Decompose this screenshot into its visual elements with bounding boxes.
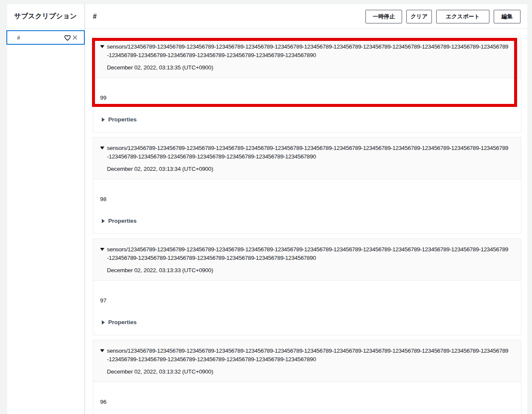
message-timestamp: December 02, 2022, 03:13:34 (UTC+0900) [107, 165, 514, 173]
message-expand-toggle[interactable]: sensors/123456789-123456789-123456789-12… [100, 144, 514, 161]
caret-right-icon [102, 320, 105, 325]
message-topic: sensors/123456789-123456789-123456789-12… [107, 245, 509, 262]
properties-label: Properties [108, 319, 137, 325]
export-button[interactable]: エクスポート [436, 10, 489, 23]
message-payload: 99 [100, 94, 514, 102]
pause-button[interactable]: 一時停止 [365, 10, 402, 23]
toolbar: 一時停止 クリア エクスポート 編集 [365, 10, 520, 23]
message-payload: 98 [100, 195, 514, 204]
message-header: sensors/123456789-123456789-123456789-12… [93, 239, 521, 281]
main-header: # 一時停止 クリア エクスポート 編集 [85, 4, 527, 29]
caret-down-icon [100, 45, 104, 48]
caret-right-icon [102, 219, 105, 223]
message-body: 98 Properties [93, 179, 521, 224]
message-card: sensors/123456789-123456789-123456789-12… [93, 340, 521, 414]
message-header: sensors/123456789-123456789-123456789-12… [93, 36, 521, 78]
properties-toggle[interactable]: Properties [102, 319, 514, 325]
message-timestamp: December 02, 2022, 03:13:32 (UTC+0900) [107, 368, 514, 376]
message-expand-toggle[interactable]: sensors/123456789-123456789-123456789-12… [100, 347, 514, 364]
message-topic: sensors/123456789-123456789-123456789-12… [107, 43, 509, 60]
message-timestamp: December 02, 2022, 03:13:33 (UTC+0900) [107, 266, 514, 275]
edit-button[interactable]: 編集 [494, 10, 520, 23]
message-topic: sensors/123456789-123456789-123456789-12… [107, 347, 509, 364]
caret-down-icon [100, 248, 104, 251]
message-timestamp: December 02, 2022, 03:13:35 (UTC+0900) [107, 63, 514, 72]
message-body: 97 Properties [93, 281, 521, 325]
message-expand-toggle[interactable]: sensors/123456789-123456789-123456789-12… [100, 43, 514, 60]
message-body: 96 Properties [93, 382, 521, 414]
message-card: sensors/123456789-123456789-123456789-12… [93, 239, 521, 335]
caret-right-icon [102, 118, 105, 122]
properties-label: Properties [108, 218, 137, 224]
close-icon[interactable] [71, 34, 79, 41]
message-card: sensors/123456789-123456789-123456789-12… [93, 36, 521, 132]
caret-down-icon [100, 147, 104, 150]
properties-label: Properties [108, 116, 137, 123]
subscriptions-sidebar: サブスクリプション # [7, 4, 85, 414]
caret-down-icon [100, 349, 104, 352]
message-payload: 96 [100, 398, 514, 406]
properties-toggle[interactable]: Properties [102, 218, 514, 224]
message-topic: sensors/123456789-123456789-123456789-12… [107, 144, 509, 161]
subscription-item-wildcard[interactable]: # [6, 30, 85, 45]
properties-toggle[interactable]: Properties [102, 116, 514, 123]
message-card: sensors/123456789-123456789-123456789-12… [93, 137, 521, 234]
sidebar-title: サブスクリプション [7, 4, 84, 29]
message-expand-toggle[interactable]: sensors/123456789-123456789-123456789-12… [100, 245, 514, 262]
message-body: 99 Properties [93, 78, 521, 123]
message-header: sensors/123456789-123456789-123456789-12… [93, 340, 521, 382]
message-payload: 97 [100, 296, 514, 305]
page-title: # [93, 13, 97, 20]
message-header: sensors/123456789-123456789-123456789-12… [93, 138, 521, 179]
clear-button[interactable]: クリア [406, 10, 432, 23]
subscription-topic-label: # [17, 34, 63, 41]
heart-outline-icon[interactable] [63, 34, 71, 41]
message-list: sensors/123456789-123456789-123456789-12… [85, 29, 527, 414]
mqtt-messages-panel: # 一時停止 クリア エクスポート 編集 sensors/123456789-1… [85, 4, 527, 414]
